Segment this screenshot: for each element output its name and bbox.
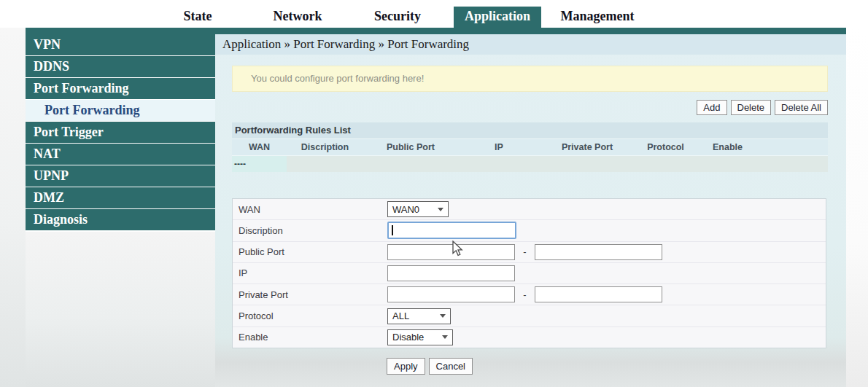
ip-label: IP xyxy=(233,267,387,278)
range-separator: - xyxy=(522,246,527,257)
sidebar-subitem-port-forwarding[interactable]: Port Forwarding xyxy=(26,100,215,121)
sidebar-item-upnp[interactable]: UPNP xyxy=(26,165,215,187)
form-row-wan: WAN WAN0 xyxy=(233,199,826,220)
form-row-discription: Discription xyxy=(233,220,826,241)
tab-application[interactable]: Application xyxy=(454,7,541,28)
row-wan-cell: ---- xyxy=(232,156,287,172)
col-header-ip: IP xyxy=(458,139,540,155)
col-header-spacer xyxy=(759,139,828,155)
sidebar-item-vpn[interactable]: VPN xyxy=(26,34,215,55)
public-port-label: Public Port xyxy=(233,246,387,257)
discription-input[interactable] xyxy=(387,222,516,239)
cancel-button[interactable]: Cancel xyxy=(429,358,473,375)
protocol-select-value: ALL xyxy=(392,310,409,321)
sidebar-item-ddns[interactable]: DDNS xyxy=(26,56,215,77)
tab-network[interactable]: Network xyxy=(263,7,333,28)
sidebar-item-port-trigger[interactable]: Port Trigger xyxy=(26,122,215,143)
main-content: Application » Port Forwarding » Port For… xyxy=(215,34,846,387)
public-port-from-input[interactable] xyxy=(387,244,515,260)
top-navbar: State Network Security Application Manag… xyxy=(0,0,868,28)
table-title: Portforwarding Rules List xyxy=(232,122,828,139)
sidebar-item-diagnosis[interactable]: Diagnosis xyxy=(26,209,215,230)
form-row-enable: Enable Disable xyxy=(233,327,826,348)
add-button[interactable]: Add xyxy=(697,100,726,115)
left-margin xyxy=(0,28,26,387)
table-row[interactable]: ---- xyxy=(232,156,828,172)
chevron-down-icon xyxy=(440,314,446,318)
form-row-protocol: Protocol ALL xyxy=(233,305,826,327)
sidebar-item-nat[interactable]: NAT xyxy=(26,144,215,165)
form-row-public-port: Public Port - xyxy=(233,242,826,263)
range-separator: - xyxy=(522,289,527,300)
tab-management[interactable]: Management xyxy=(550,7,646,28)
wan-select[interactable]: WAN0 xyxy=(387,201,449,217)
delete-all-button[interactable]: Delete All xyxy=(775,100,828,115)
info-message-text: You could configure port forwarding here… xyxy=(251,73,424,84)
col-header-wan: WAN xyxy=(232,139,287,155)
tab-state[interactable]: State xyxy=(173,7,223,28)
col-header-public-port: Public Port xyxy=(363,139,458,155)
apply-button[interactable]: Apply xyxy=(387,358,425,375)
table-action-buttons: Add Delete Delete All xyxy=(232,100,828,115)
sidebar-item-port-forwarding[interactable]: Port Forwarding xyxy=(26,78,215,99)
private-port-from-input[interactable] xyxy=(387,286,515,302)
table-header-row: WAN Discription Public Port IP Private P… xyxy=(232,139,828,156)
chevron-down-icon xyxy=(442,335,448,339)
form-submit-buttons: Apply Cancel xyxy=(387,358,473,375)
breadcrumb: Application » Port Forwarding » Port For… xyxy=(215,34,846,55)
protocol-label: Protocol xyxy=(233,310,387,321)
private-port-to-input[interactable] xyxy=(535,286,662,302)
enable-label: Enable xyxy=(233,332,387,343)
portforwarding-rules-table: Portforwarding Rules List WAN Discriptio… xyxy=(232,122,828,172)
enable-select-value: Disable xyxy=(392,332,424,343)
protocol-select[interactable]: ALL xyxy=(387,308,451,324)
col-header-enable: Enable xyxy=(697,139,759,155)
port-forwarding-form: WAN WAN0 Discription Public Port - xyxy=(232,198,826,348)
ip-input[interactable] xyxy=(387,265,515,281)
enable-select[interactable]: Disable xyxy=(387,329,453,345)
wan-label: WAN xyxy=(233,204,387,215)
chevron-down-icon xyxy=(438,208,443,211)
delete-button[interactable]: Delete xyxy=(731,100,772,115)
sidebar-lower-area xyxy=(26,232,215,387)
right-margin xyxy=(846,28,868,387)
sidebar-item-dmz[interactable]: DMZ xyxy=(26,187,215,208)
public-port-to-input[interactable] xyxy=(535,244,662,260)
col-header-protocol: Protocol xyxy=(635,139,697,155)
form-row-private-port: Private Port - xyxy=(233,284,826,305)
private-port-label: Private Port xyxy=(233,289,387,300)
col-header-private-port: Private Port xyxy=(540,139,635,155)
nav-divider-bar xyxy=(26,28,846,34)
col-header-discription: Discription xyxy=(287,139,363,155)
form-row-ip: IP xyxy=(233,263,826,284)
info-message-box: You could configure port forwarding here… xyxy=(232,66,828,92)
sidebar: VPN DDNS Port Forwarding Port Forwarding… xyxy=(26,34,215,231)
discription-label: Discription xyxy=(233,225,387,236)
wan-select-value: WAN0 xyxy=(392,204,419,215)
row-empty-cells xyxy=(287,156,828,172)
tab-security[interactable]: Security xyxy=(363,7,432,28)
text-caret xyxy=(392,225,393,235)
